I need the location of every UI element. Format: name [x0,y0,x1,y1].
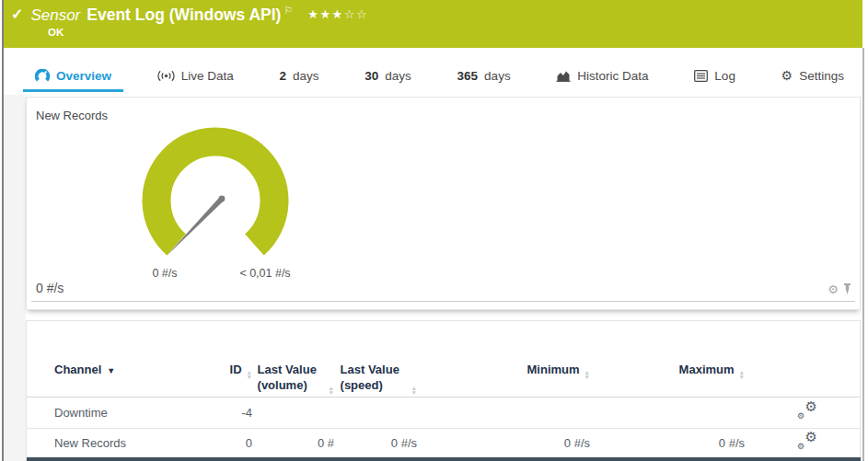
column-header-minimum[interactable]: Minimum▲▼ [417,321,590,397]
cell-last-value-volume [252,397,334,428]
tab-label: Historic Data [577,69,648,83]
column-label: ID [230,363,242,376]
gauge-footer-divider [31,301,855,302]
column-header-last-value-speed[interactable]: Last Value (speed)▲▼ [334,321,417,397]
sensor-status-banner: ✓ Sensor Event Log (Windows API) ⚐ ★★★☆☆… [4,0,862,48]
column-header-maximum[interactable]: Maximum▲▼ [590,321,745,397]
column-label: Last Value (speed) [341,362,407,393]
tab-label: days [484,69,511,83]
column-label: Last Value (volume) [258,362,324,393]
channel-table-panel: Channel▼ ID▲▼ Last Value (volume)▲▼ Last… [26,320,861,461]
gear-icon: ⚙ [797,412,804,421]
table-row[interactable]: New Records 0 0 # 0 #/s 0 #/s 0 #/s ⚙ ⚙ [27,428,860,457]
gear-icon: ⚙ [805,430,817,444]
gauge-panel: New Records 0 #/s < 0,01 #/s 0 #/s ⚙ [26,97,861,310]
tab-label: days [385,69,411,83]
cell-minimum [417,397,590,428]
cell-actions: ⚙ ⚙ [745,397,860,428]
tab-30-days[interactable]: 30 days [353,56,423,95]
column-header-last-value-volume[interactable]: Last Value (volume)▲▼ [252,321,334,397]
sort-icon: ▲▼ [584,370,590,379]
cell-maximum [590,397,745,428]
column-header-channel[interactable]: Channel▼ [27,321,183,397]
gauge-panel-title: New Records [36,109,108,122]
cell-last-value-speed: 0 #/s [334,428,417,457]
tab-label: Overview [56,69,111,83]
cell-id: 0 [183,428,252,457]
gauge-scale-max: < 0,01 #/s [239,267,290,280]
sort-icon: ▲▼ [411,386,417,395]
bottom-cutoff-bar [27,457,861,461]
status-check-icon: ✓ [11,6,23,23]
cell-maximum: 0 #/s [590,428,745,457]
sensor-title: Event Log (Windows API) [87,6,281,25]
sorted-desc-icon: ▼ [107,366,115,375]
status-badge: OK [48,27,64,38]
tab-2-days[interactable]: 2 days [268,56,331,95]
sort-icon: ▲▼ [247,370,252,379]
sort-icon: ▲▼ [329,386,334,395]
cell-last-value-volume: 0 # [252,428,334,457]
cell-channel[interactable]: Downtime [27,397,183,428]
column-label: Minimum [527,363,580,376]
gauge-settings-gear-icon[interactable]: ⚙ [827,283,839,295]
tab-bar: Overview Live Data 2 days 30 days 365 da… [23,56,856,95]
object-kind-label: Sensor [30,6,80,25]
column-header-actions [745,321,860,397]
tab-day-count: 2 [280,69,287,83]
tab-label: Settings [799,69,844,83]
tab-label: days [293,69,319,83]
log-list-icon [694,70,708,82]
cell-actions: ⚙ ⚙ [745,428,860,457]
tab-label: Log [714,69,735,83]
gauge-scale-min: 0 #/s [152,267,177,280]
tab-live-data[interactable]: Live Data [145,56,246,95]
channel-settings-icon[interactable]: ⚙ ⚙ [797,433,817,449]
broadcast-icon [157,70,175,82]
left-gutter [4,95,26,461]
tab-day-count: 30 [365,69,378,83]
priority-stars[interactable]: ★★★☆☆ [307,7,368,21]
tab-settings[interactable]: ⚙ Settings [770,56,856,95]
gauge-current-value: 0 #/s [36,281,64,295]
column-label: Maximum [679,363,735,376]
tab-day-count: 365 [457,69,479,83]
column-header-id[interactable]: ID▲▼ [183,321,252,397]
table-header-row: Channel▼ ID▲▼ Last Value (volume)▲▼ Last… [27,321,860,397]
gauge-arc [137,125,303,263]
channel-settings-icon[interactable]: ⚙ ⚙ [797,403,817,419]
window-right-border [862,48,864,461]
stars-filled[interactable]: ★★★ [307,7,343,21]
stars-empty[interactable]: ☆☆ [344,7,368,21]
gear-icon: ⚙ [797,443,804,451]
flag-icon[interactable]: ⚐ [284,5,293,17]
cell-channel[interactable]: New Records [27,428,183,457]
cell-id: -4 [183,397,252,428]
gear-icon: ⚙ [805,399,817,413]
sort-icon: ▲▼ [739,370,745,379]
tab-log[interactable]: Log [682,56,747,95]
gauge [137,125,303,263]
tab-365-days[interactable]: 365 days [446,56,523,95]
gauge-icon [35,69,50,83]
area-chart-icon [556,70,571,82]
tab-historic-data[interactable]: Historic Data [544,56,660,95]
channel-table: Channel▼ ID▲▼ Last Value (volume)▲▼ Last… [27,321,860,458]
tab-overview[interactable]: Overview [23,56,123,95]
gear-icon: ⚙ [781,69,793,82]
tab-label: Live Data [181,69,234,83]
table-row[interactable]: Downtime -4 ⚙ ⚙ [27,397,860,428]
column-label: Channel [54,363,101,376]
pin-icon[interactable] [842,282,852,295]
cell-last-value-speed [334,397,417,428]
cell-minimum: 0 #/s [417,428,590,457]
